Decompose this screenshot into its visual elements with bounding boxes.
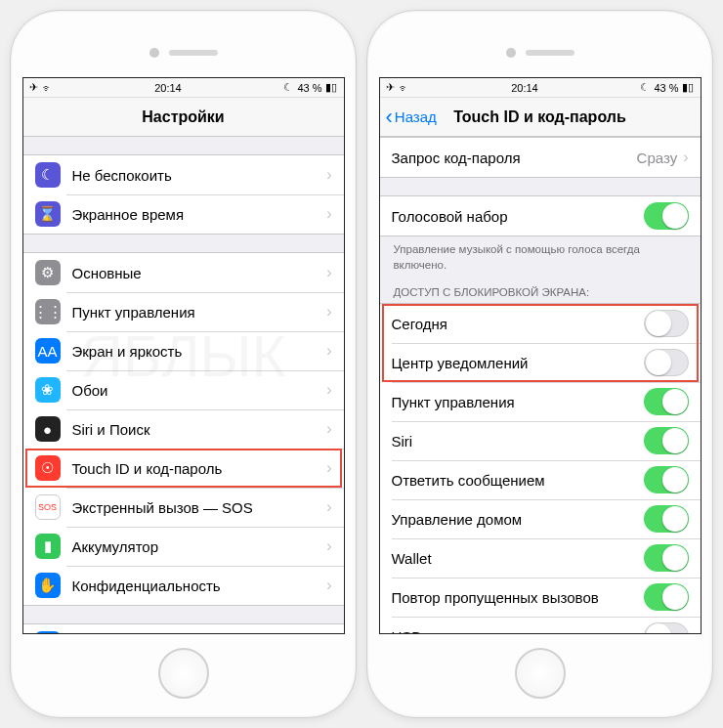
toggle[interactable] [644,544,689,572]
settings-row[interactable]: ⋮⋮Пункт управления› [23,292,344,331]
toggle[interactable] [644,466,689,493]
lock-access-row[interactable]: USB-аксессуары [380,617,701,633]
settings-row[interactable]: SOSЭкстренный вызов — SOS› [23,488,344,527]
toggle[interactable] [644,505,689,533]
battery-icon: ▮▯ [325,81,337,94]
row-label: Пункт управления [392,394,644,410]
row-label: Запрос код-пароля [392,150,637,166]
lock-access-row[interactable]: Siri [380,421,701,460]
row-passcode-request[interactable]: Запрос код-пароля Сразу › [380,138,701,177]
battery-label: 43 % [654,82,678,94]
status-time: 20:14 [154,82,182,94]
settings-row[interactable]: ✋Конфиденциальность› [23,566,344,605]
chevron-right-icon: › [326,264,331,281]
home-button[interactable] [515,648,566,699]
toggle[interactable] [644,427,689,454]
settings-row[interactable]: ⒶiTunes Store и App Store› [23,624,344,633]
page-title: Настройки [142,108,224,126]
row-voice-dial[interactable]: Голосовой набор [380,196,701,236]
airplane-icon: ✈︎ [29,81,38,94]
app-icon: ❀ [35,377,61,403]
chevron-right-icon: › [683,149,688,166]
lock-access-row[interactable]: Центр уведомлений [380,343,701,382]
chevron-right-icon: › [326,498,331,516]
screen-left: ✈︎ ᯤ 20:14 ☾ 43 % ▮▯ Настройки ☾Не беспо… [22,77,345,634]
settings-row[interactable]: ❀Обои› [23,370,344,409]
app-icon: ☉ [35,455,61,481]
row-label: Конфиденциальность [72,578,327,594]
chevron-right-icon: › [326,577,331,594]
lock-access-row[interactable]: Сегодня [380,304,701,343]
settings-row[interactable]: ⌛Экранное время› [23,194,344,234]
chevron-right-icon: › [326,166,331,184]
toggle[interactable] [644,349,689,376]
section-header-lock-access: ДОСТУП С БЛОКИРОВКОЙ ЭКРАНА: [380,273,701,303]
lock-access-row[interactable]: Повтор пропущенных вызовов [380,578,701,617]
app-icon: ✋ [35,573,61,598]
row-label: Пункт управления [72,304,327,321]
row-label: Ответить сообщением [392,472,644,489]
app-icon: Ⓐ [35,631,61,633]
row-label: Экран и яркость [72,343,327,360]
app-icon: ● [35,416,61,442]
voice-note: Управление музыкой с помощью голоса всег… [380,236,701,273]
row-label: Не беспокоить [72,167,327,184]
status-bar: ✈︎ ᯤ 20:14 ☾ 43 % ▮▯ [380,78,701,98]
wifi-icon: ᯤ [42,82,53,94]
row-value: Сразу [637,150,678,166]
lock-access-row[interactable]: Пункт управления [380,382,701,421]
chevron-right-icon: › [326,303,331,321]
toggle[interactable] [644,583,689,611]
row-label: Голосовой набор [392,208,644,225]
lock-access-row[interactable]: Управление домом [380,499,701,538]
settings-row[interactable]: ⚙Основные› [23,253,344,292]
settings-row[interactable]: AAЭкран и яркость› [23,331,344,370]
row-label: Siri и Поиск [72,421,327,438]
row-label: Повтор пропущенных вызовов [392,589,644,606]
row-label: USB-аксессуары [392,628,644,633]
phone-right: ✈︎ ᯤ 20:14 ☾ 43 % ▮▯ ‹ Назад Touch ID и … [366,10,713,718]
navbar: Настройки [23,98,344,137]
airplane-icon: ✈︎ [386,81,395,94]
navbar: ‹ Назад Touch ID и код-пароль [380,98,701,137]
battery-label: 43 % [297,82,321,94]
toggle[interactable] [644,388,689,415]
toggle-voice-dial[interactable] [644,202,689,230]
battery-icon: ▮▯ [682,81,694,94]
settings-row[interactable]: ☾Не беспокоить› [23,155,344,194]
row-label: Siri [392,433,644,450]
settings-row[interactable]: ☉Touch ID и код-пароль› [23,449,344,488]
toggle[interactable] [644,622,689,633]
status-bar: ✈︎ ᯤ 20:14 ☾ 43 % ▮▯ [23,78,344,98]
row-label: Основные [72,265,327,281]
chevron-right-icon: › [326,205,331,223]
lock-access-row[interactable]: Ответить сообщением [380,460,701,499]
app-icon: ▮ [35,534,61,559]
page-title: Touch ID и код-пароль [453,108,626,126]
chevron-right-icon: › [326,420,331,438]
lock-access-row[interactable]: Wallet [380,538,701,578]
row-label: Обои [72,382,327,399]
wifi-icon: ᯤ [399,82,409,94]
chevron-right-icon: › [326,459,331,477]
app-icon: SOS [35,494,61,520]
chevron-right-icon: › [326,342,331,360]
phone-left: ✈︎ ᯤ 20:14 ☾ 43 % ▮▯ Настройки ☾Не беспо… [10,10,357,718]
chevron-left-icon: ‹ [386,105,393,130]
chevron-right-icon: › [326,537,331,555]
app-icon: AA [35,338,61,364]
app-icon: ⋮⋮ [35,299,61,324]
back-button[interactable]: ‹ Назад [386,105,437,130]
row-label: Центр уведомлений [392,355,644,371]
settings-row[interactable]: ●Siri и Поиск› [23,409,344,449]
row-label: Аккумулятор [72,538,327,555]
toggle[interactable] [644,310,689,337]
settings-row[interactable]: ▮Аккумулятор› [23,527,344,566]
home-button[interactable] [158,648,209,699]
row-label: Управление домом [392,511,644,528]
app-icon: ⌛ [35,201,61,227]
row-label: Wallet [392,550,644,567]
row-label: Сегодня [392,316,644,332]
app-icon: ⚙ [35,260,61,285]
screen-right: ✈︎ ᯤ 20:14 ☾ 43 % ▮▯ ‹ Назад Touch ID и … [379,77,702,634]
